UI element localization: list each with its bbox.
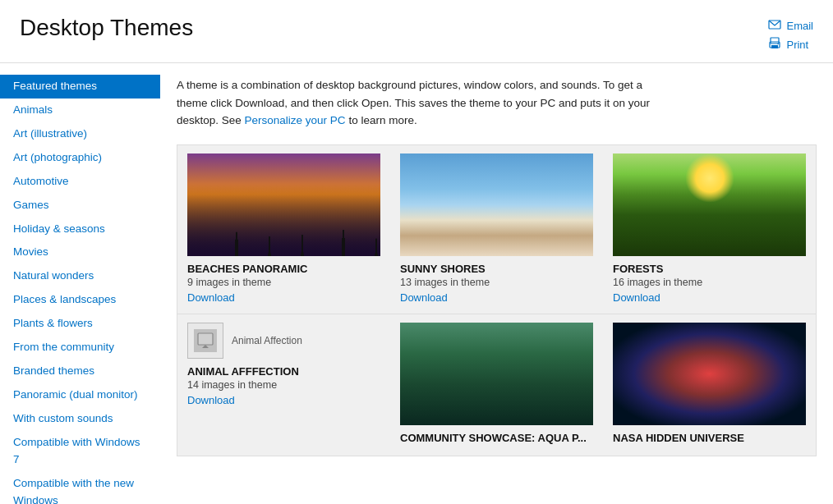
sidebar-item-community[interactable]: From the community bbox=[0, 336, 160, 360]
animal-header: Animal Affection bbox=[187, 323, 380, 359]
print-link[interactable]: Print bbox=[768, 37, 813, 53]
email-link[interactable]: Email bbox=[768, 18, 813, 34]
email-icon bbox=[768, 18, 781, 34]
sidebar-item-animals[interactable]: Animals bbox=[0, 99, 160, 122]
theme-name-animal: ANIMAL AFFFECTION bbox=[187, 365, 380, 378]
description-text: A theme is a combination of desktop back… bbox=[177, 76, 653, 130]
sidebar-item-natural[interactable]: Natural wonders bbox=[0, 264, 160, 288]
print-icon bbox=[768, 37, 781, 53]
svg-rect-1 bbox=[771, 38, 779, 44]
sidebar-item-panoramic[interactable]: Panoramic (dual monitor) bbox=[0, 383, 160, 407]
header-actions: Email Print bbox=[768, 18, 813, 53]
sidebar-item-holiday[interactable]: Holiday & seasons bbox=[0, 218, 160, 241]
sidebar-item-art-illustrative[interactable]: Art (illustrative) bbox=[0, 122, 160, 146]
animal-icon-inner bbox=[194, 329, 217, 352]
sidebar-item-art-photographic[interactable]: Art (photographic) bbox=[0, 146, 160, 170]
sidebar-item-places[interactable]: Places & landscapes bbox=[0, 288, 160, 312]
theme-thumbnail-forests bbox=[613, 153, 806, 256]
theme-name-beaches: BEACHES PANORAMIC bbox=[187, 263, 380, 275]
sidebar-item-featured[interactable]: Featured themes bbox=[0, 75, 160, 99]
theme-count-animal: 14 images in theme bbox=[187, 379, 380, 391]
sidebar-item-win7[interactable]: Compatible with Windows 7 bbox=[0, 431, 160, 472]
theme-thumbnail-beaches bbox=[187, 153, 380, 256]
theme-card-animal: Animal Affection ANIMAL AFFFECTION 14 im… bbox=[177, 314, 390, 456]
theme-card-sunny: SUNNY SHORES 13 images in theme Download bbox=[390, 145, 603, 314]
theme-name-community: COMMUNITY SHOWCASE: AQUA P... bbox=[400, 432, 593, 444]
download-forests[interactable]: Download bbox=[613, 291, 660, 304]
svg-point-4 bbox=[778, 44, 780, 45]
sidebar-item-automotive[interactable]: Automotive bbox=[0, 170, 160, 194]
theme-name-sunny: SUNNY SHORES bbox=[400, 263, 593, 275]
download-sunny[interactable]: Download bbox=[400, 291, 448, 304]
theme-card-nasa: NASA HIDDEN UNIVERSE bbox=[603, 314, 816, 456]
print-label: Print bbox=[786, 39, 808, 51]
download-animal[interactable]: Download bbox=[187, 394, 235, 406]
personalize-link[interactable]: Personalize your PC bbox=[245, 114, 346, 126]
main-layout: Featured themes Animals Art (illustrativ… bbox=[0, 63, 833, 502]
sidebar-item-games[interactable]: Games bbox=[0, 194, 160, 218]
svg-rect-5 bbox=[198, 333, 213, 345]
themes-row1: BEACHES PANORAMIC 9 images in theme Down… bbox=[177, 144, 817, 314]
sidebar-item-plants[interactable]: Plants & flowers bbox=[0, 312, 160, 336]
svg-marker-6 bbox=[202, 345, 209, 348]
main-content: A theme is a combination of desktop back… bbox=[160, 63, 833, 502]
page-header: Desktop Themes Email Print bbox=[0, 0, 833, 63]
theme-count-sunny: 13 images in theme bbox=[400, 277, 593, 288]
theme-thumbnail-nasa bbox=[613, 323, 806, 425]
animal-icon-label: Animal Affection bbox=[232, 335, 302, 346]
theme-thumbnail-sunny bbox=[400, 153, 593, 256]
theme-count-forests: 16 images in theme bbox=[613, 277, 806, 288]
sidebar: Featured themes Animals Art (illustrativ… bbox=[0, 63, 160, 502]
sidebar-item-custom-sounds[interactable]: With custom sounds bbox=[0, 407, 160, 431]
sidebar-item-movies[interactable]: Movies bbox=[0, 241, 160, 264]
animal-icon-box bbox=[187, 323, 223, 359]
sidebar-item-new-windows[interactable]: Compatible with the new Windows bbox=[0, 472, 160, 504]
theme-card-forests: FORESTS 16 images in theme Download bbox=[603, 145, 816, 314]
page-title: Desktop Themes bbox=[20, 15, 193, 41]
theme-name-nasa: NASA HIDDEN UNIVERSE bbox=[613, 432, 806, 444]
theme-card-beaches: BEACHES PANORAMIC 9 images in theme Down… bbox=[177, 145, 390, 314]
theme-card-community: COMMUNITY SHOWCASE: AQUA P... bbox=[390, 314, 603, 456]
theme-count-beaches: 9 images in theme bbox=[187, 277, 380, 288]
themes-row2: Animal Affection ANIMAL AFFFECTION 14 im… bbox=[177, 314, 817, 456]
theme-thumbnail-community bbox=[400, 323, 593, 425]
svg-rect-3 bbox=[771, 45, 778, 48]
sidebar-item-branded[interactable]: Branded themes bbox=[0, 360, 160, 383]
email-label: Email bbox=[786, 20, 813, 32]
download-beaches[interactable]: Download bbox=[187, 291, 235, 304]
theme-name-forests: FORESTS bbox=[613, 263, 806, 275]
